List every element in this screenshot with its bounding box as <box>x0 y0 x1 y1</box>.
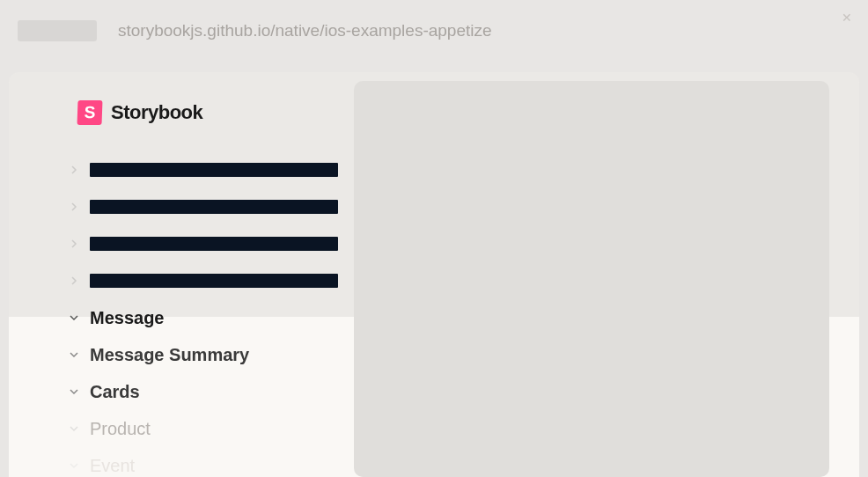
sidebar-item-cards[interactable]: Cards <box>9 373 340 410</box>
chevron-right-icon <box>69 202 79 212</box>
address-chip-placeholder <box>18 20 97 41</box>
redacted-label <box>90 274 338 288</box>
storybook-logo-icon: S <box>77 100 103 125</box>
sidebar-item-label: Product <box>90 419 151 439</box>
chevron-down-icon <box>69 386 79 397</box>
sidebar-item-product[interactable]: Product <box>9 410 340 447</box>
sidebar-item-message[interactable]: Message <box>9 299 340 336</box>
logo-letter: S <box>84 103 95 122</box>
chevron-right-icon <box>69 165 79 175</box>
redacted-label <box>90 163 338 177</box>
brand-name: Storybook <box>111 101 202 124</box>
sidebar-item-event[interactable]: Event <box>9 447 340 477</box>
chevron-right-icon <box>69 238 79 249</box>
chevron-down-icon <box>69 460 79 471</box>
sidebar-item-redacted-3[interactable] <box>9 225 340 262</box>
sidebar-header[interactable]: S Storybook <box>9 100 340 151</box>
app-window: S Storybook <box>9 72 859 477</box>
browser-address-bar: storybookjs.github.io/native/ios-example… <box>0 0 868 62</box>
chevron-down-icon <box>69 423 79 434</box>
sidebar-item-redacted-2[interactable] <box>9 188 340 225</box>
redacted-label <box>90 237 338 251</box>
sidebar-item-label: Event <box>90 456 135 476</box>
chevron-right-icon <box>69 275 79 286</box>
sidebar-nav-list: Message Message Summary Cards <box>9 151 340 477</box>
sidebar-item-label: Message Summary <box>90 345 249 365</box>
sidebar-item-redacted-1[interactable] <box>9 151 340 188</box>
sidebar-item-label: Message <box>90 308 165 328</box>
redacted-label <box>90 200 338 214</box>
preview-panel <box>354 81 829 477</box>
sidebar-item-message-summary[interactable]: Message Summary <box>9 336 340 373</box>
url-text: storybookjs.github.io/native/ios-example… <box>118 21 492 40</box>
sidebar: S Storybook <box>9 72 340 477</box>
sidebar-item-label: Cards <box>90 382 140 402</box>
chevron-down-icon <box>69 312 79 323</box>
sidebar-item-redacted-4[interactable] <box>9 262 340 299</box>
close-icon[interactable]: ✕ <box>842 11 852 25</box>
chevron-down-icon <box>69 349 79 360</box>
